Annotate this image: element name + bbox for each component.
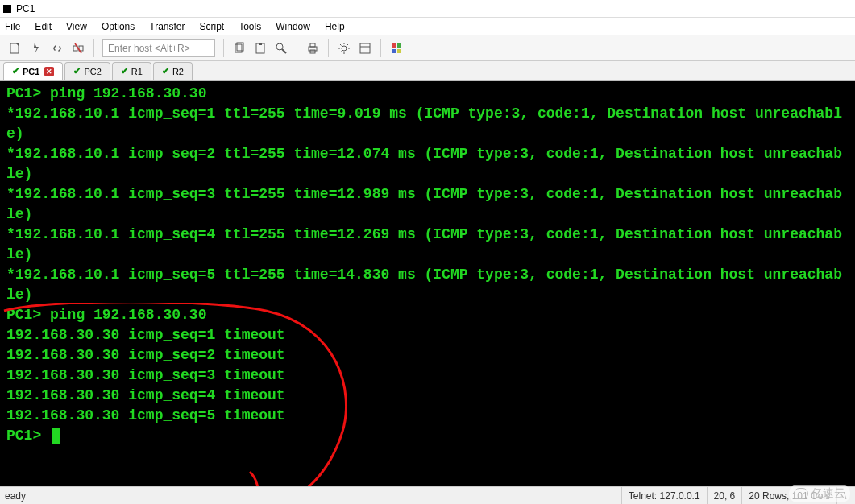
app-icon bbox=[3, 5, 11, 13]
menu-tools[interactable]: Tools bbox=[239, 21, 261, 32]
settings-button[interactable] bbox=[334, 39, 354, 58]
status-ready: eady bbox=[5, 490, 26, 502]
tab-r2[interactable]: ✔ R2 bbox=[153, 62, 193, 80]
terminal-line: 192.168.30.30 icmp_seq=4 timeout bbox=[6, 386, 849, 406]
terminal[interactable]: PC1> ping 192.168.30.30*192.168.10.1 icm… bbox=[0, 81, 855, 486]
tab-label: R2 bbox=[172, 67, 184, 76]
svg-point-8 bbox=[276, 43, 283, 50]
menu-script[interactable]: Script bbox=[200, 21, 225, 32]
status-bar: eady Telnet: 127.0.0.1 20, 6 20 Rows, 10… bbox=[0, 486, 855, 504]
toolbar: Enter host <Alt+R> bbox=[0, 35, 855, 61]
tab-r1[interactable]: ✔ R1 bbox=[112, 62, 151, 80]
svg-point-13 bbox=[342, 46, 347, 51]
check-icon: ✔ bbox=[162, 66, 169, 76]
tab-pc2[interactable]: ✔ PC2 bbox=[64, 62, 110, 80]
terminal-line: 192.168.30.30 icmp_seq=3 timeout bbox=[6, 366, 849, 386]
terminal-line: 192.168.30.30 icmp_seq=1 timeout bbox=[6, 325, 849, 345]
check-icon: ✔ bbox=[121, 66, 128, 76]
svg-line-20 bbox=[340, 51, 342, 52]
svg-rect-24 bbox=[392, 43, 396, 48]
quick-connect-button[interactable] bbox=[27, 39, 46, 58]
tile-windows-button[interactable] bbox=[387, 39, 406, 58]
new-session-button[interactable] bbox=[6, 39, 25, 58]
menu-window[interactable]: Window bbox=[276, 21, 310, 32]
terminal-line: *192.168.10.1 icmp_seq=5 ttl=255 time=14… bbox=[6, 265, 849, 305]
svg-line-21 bbox=[347, 44, 349, 46]
close-tab-button[interactable]: ✕ bbox=[44, 67, 54, 76]
menu-bar: File Edit View Options Transfer Script T… bbox=[0, 18, 855, 35]
svg-rect-7 bbox=[259, 43, 262, 45]
session-options-button[interactable] bbox=[355, 39, 375, 58]
menu-file[interactable]: File bbox=[5, 21, 20, 32]
print-button[interactable] bbox=[303, 39, 322, 58]
menu-view[interactable]: View bbox=[66, 21, 87, 32]
host-placeholder: Enter host <Alt+R> bbox=[108, 43, 190, 54]
terminal-line: *192.168.10.1 icmp_seq=2 ttl=255 time=12… bbox=[6, 144, 849, 184]
status-size: 20 Rows, 101 Cols bbox=[741, 487, 836, 504]
disconnect-button[interactable] bbox=[68, 39, 88, 58]
tab-label: PC2 bbox=[84, 67, 101, 76]
terminal-line: *192.168.10.1 icmp_seq=4 ttl=255 time=12… bbox=[6, 225, 849, 265]
check-icon: ✔ bbox=[12, 66, 19, 76]
svg-line-3 bbox=[75, 43, 81, 53]
tab-label: R1 bbox=[131, 67, 143, 76]
svg-rect-11 bbox=[310, 43, 315, 47]
svg-rect-26 bbox=[392, 49, 396, 53]
svg-rect-0 bbox=[10, 43, 19, 53]
terminal-line: *192.168.10.1 icmp_seq=1 ttl=255 time=9.… bbox=[6, 104, 849, 144]
title-bar: PC1 bbox=[0, 0, 855, 18]
copy-button[interactable] bbox=[230, 39, 249, 58]
menu-edit[interactable]: Edit bbox=[35, 21, 52, 32]
terminal-line: PC1> ping 192.168.30.30 bbox=[6, 305, 849, 325]
status-connection: Telnet: 127.0.0.1 bbox=[621, 487, 707, 504]
terminal-line: PC1> bbox=[6, 426, 849, 446]
terminal-line: *192.168.10.1 icmp_seq=3 ttl=255 time=12… bbox=[6, 184, 849, 225]
svg-line-9 bbox=[282, 49, 286, 53]
menu-help[interactable]: Help bbox=[325, 21, 345, 32]
svg-rect-27 bbox=[397, 49, 401, 53]
tab-pc1[interactable]: ✔ PC1 ✕ bbox=[3, 62, 63, 80]
terminal-line: PC1> ping 192.168.30.30 bbox=[6, 84, 849, 104]
svg-line-19 bbox=[347, 51, 349, 52]
tab-bar: ✔ PC1 ✕ ✔ PC2 ✔ R1 ✔ R2 bbox=[0, 61, 855, 81]
find-button[interactable] bbox=[272, 39, 291, 58]
menu-transfer[interactable]: Transfer bbox=[149, 21, 185, 32]
check-icon: ✔ bbox=[73, 66, 81, 76]
terminal-line: 192.168.30.30 icmp_seq=5 timeout bbox=[6, 406, 849, 426]
status-cursor-pos: 20, 6 bbox=[707, 487, 742, 504]
window-title: PC1 bbox=[16, 3, 35, 14]
terminal-line: 192.168.30.30 icmp_seq=2 timeout bbox=[6, 345, 849, 366]
tab-label: PC1 bbox=[23, 67, 39, 76]
link-button[interactable] bbox=[48, 39, 67, 58]
cursor bbox=[52, 428, 60, 444]
svg-line-18 bbox=[340, 44, 342, 46]
svg-rect-25 bbox=[397, 43, 401, 48]
menu-options[interactable]: Options bbox=[102, 21, 135, 32]
host-input[interactable]: Enter host <Alt+R> bbox=[102, 39, 215, 57]
svg-rect-22 bbox=[360, 43, 370, 53]
paste-button[interactable] bbox=[251, 39, 270, 58]
